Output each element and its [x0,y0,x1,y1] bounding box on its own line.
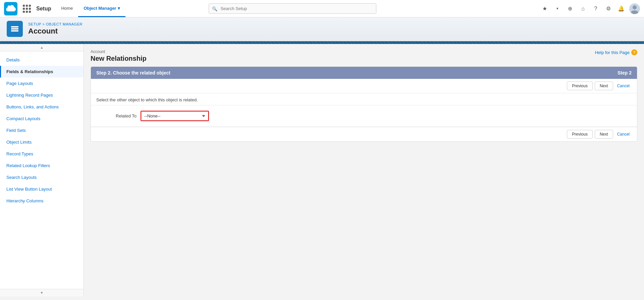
form-description: Select the other object to which this ob… [91,93,637,105]
home-icon[interactable]: ⌂ [578,4,588,13]
related-to-select[interactable]: --None-- [141,111,208,120]
content-page-header: Account New Relationship Help for this P… [91,49,637,62]
favorites-dropdown-icon[interactable]: ▾ [553,4,562,13]
sidebar-item-fields-relationships[interactable]: Fields & Relationships [0,66,84,78]
breadcrumb-setup[interactable]: SETUP [28,22,41,26]
nav-tabs: Home Object Manager ▾ [56,0,125,17]
top-navigation: Setup Home Object Manager ▾ 🔍 ★ ▾ ⊕ ⌂ ? … [0,0,644,17]
object-icon [7,21,23,37]
sidebar-item-buttons-links-actions[interactable]: Buttons, Links, and Actions [0,101,84,113]
breadcrumb-separator: > [43,22,45,26]
page-title: Account [28,27,83,36]
content-page-title: New Relationship [91,55,147,62]
search-bar: 🔍 [209,3,376,14]
form-row: Related To --None-- [91,105,637,127]
svg-rect-5 [11,30,18,32]
nav-icons: ★ ▾ ⊕ ⌂ ? ⚙ 🔔 [540,3,640,14]
dropdown-arrow-icon: ▾ [118,6,120,11]
sidebar-scroll-down[interactable]: ▼ [0,289,84,296]
scroll-up-icon: ▲ [40,46,44,49]
sidebar-scroll-up[interactable]: ▲ [0,44,84,51]
pattern-strip [0,41,644,44]
sidebar-item-compact-layouts[interactable]: Compact Layouts [0,113,84,124]
bottom-button-row: Previous Next Cancel [91,127,637,141]
related-to-label: Related To [96,113,137,118]
scroll-down-icon: ▼ [40,291,44,295]
next-button-top[interactable]: Next [595,82,613,90]
tab-home[interactable]: Home [56,0,78,17]
search-icon: 🔍 [212,6,217,11]
sidebar-item-field-sets[interactable]: Field Sets [0,124,84,136]
step-header: Step 2. Choose the related object Step 2 [91,67,637,79]
sidebar-items: Details Fields & Relationships Page Layo… [0,51,84,209]
step-box: Step 2. Choose the related object Step 2… [91,66,637,142]
cancel-button-bottom[interactable]: Cancel [615,130,632,139]
search-input[interactable] [209,3,376,14]
sidebar-item-hierarchy-columns[interactable]: Hierarchy Columns [0,195,84,207]
app-launcher-icon[interactable] [23,5,31,13]
sidebar-item-list-view-button-layout[interactable]: List View Button Layout [0,183,84,195]
sidebar-item-lightning-record-pages[interactable]: Lightning Record Pages [0,89,84,101]
top-button-row: Previous Next Cancel [91,79,637,93]
sidebar-item-object-limits[interactable]: Object Limits [0,136,84,148]
favorites-icon[interactable]: ★ [540,4,549,13]
content-area: Account New Relationship Help for this P… [84,44,644,296]
main-layout: ▲ Details Fields & Relationships Page La… [0,44,644,296]
sidebar-item-details[interactable]: Details [0,54,84,66]
app-name: Setup [36,6,51,12]
sidebar-item-related-lookup-filters[interactable]: Related Lookup Filters [0,160,84,171]
avatar[interactable] [629,3,640,14]
help-icon[interactable]: ? [591,4,600,13]
breadcrumb-object-manager[interactable]: OBJECT MANAGER [46,22,83,26]
cancel-button-top[interactable]: Cancel [615,82,632,90]
related-to-select-wrapper: --None-- [141,111,209,121]
svg-rect-4 [11,28,18,30]
content-object-label: Account [91,49,147,54]
step-header-label: Step 2. Choose the related object [96,70,170,76]
help-circle-icon: ? [631,49,637,55]
tab-object-manager[interactable]: Object Manager ▾ [78,0,125,17]
gear-icon[interactable]: ⚙ [604,4,613,13]
salesforce-logo[interactable] [4,2,17,15]
add-icon[interactable]: ⊕ [566,4,575,13]
svg-rect-3 [11,26,18,28]
sub-header: SETUP > OBJECT MANAGER Account [0,17,644,41]
sidebar-item-page-layouts[interactable]: Page Layouts [0,78,84,89]
step-header-number: Step 2 [618,70,632,76]
breadcrumb: SETUP > OBJECT MANAGER [28,22,83,26]
previous-button-top[interactable]: Previous [567,82,593,90]
sidebar-item-search-layouts[interactable]: Search Layouts [0,171,84,183]
sidebar: ▲ Details Fields & Relationships Page La… [0,44,84,296]
next-button-bottom[interactable]: Next [595,130,613,139]
bell-icon[interactable]: 🔔 [616,4,626,13]
svg-point-1 [633,5,637,9]
sidebar-item-record-types[interactable]: Record Types [0,148,84,160]
help-link[interactable]: Help for this Page ? [595,49,637,55]
previous-button-bottom[interactable]: Previous [567,130,593,139]
